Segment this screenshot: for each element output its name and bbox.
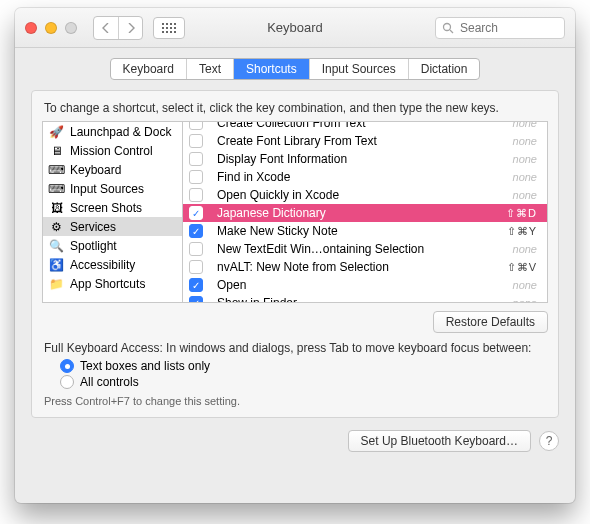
sidebar-item-services[interactable]: ⚙Services [43, 217, 182, 236]
svg-rect-11 [174, 31, 176, 33]
service-label: Open [217, 278, 477, 292]
service-shortcut[interactable]: ⇧⌘V [477, 261, 537, 274]
service-row[interactable]: ✓Opennone [183, 276, 547, 294]
tab-dictation[interactable]: Dictation [408, 59, 480, 79]
service-checkbox[interactable]: ✓ [189, 206, 203, 220]
service-label: New TextEdit Win…ontaining Selection [217, 242, 477, 256]
sidebar-item-label: Keyboard [70, 163, 121, 177]
sidebar-item-accessibility[interactable]: ♿Accessibility [43, 255, 182, 274]
service-checkbox[interactable]: ✓ [189, 278, 203, 292]
sidebar-item-app-shortcuts[interactable]: 📁App Shortcuts [43, 274, 182, 293]
service-shortcut[interactable]: none [477, 153, 537, 165]
tab-text[interactable]: Text [186, 59, 233, 79]
help-button[interactable]: ? [539, 431, 559, 451]
tab-input-sources[interactable]: Input Sources [309, 59, 408, 79]
service-checkbox[interactable]: ✓ [189, 296, 203, 302]
service-label: Display Font Information [217, 152, 477, 166]
sidebar-item-label: Screen Shots [70, 201, 142, 215]
sidebar-item-launchpad-dock[interactable]: 🚀Launchpad & Dock [43, 122, 182, 141]
search-input[interactable] [458, 20, 548, 36]
preferences-window: Keyboard KeyboardTextShortcutsInput Sour… [15, 8, 575, 503]
fka-option[interactable]: Text boxes and lists only [60, 359, 548, 373]
service-row[interactable]: ✓Make New Sticky Note⇧⌘Y [183, 222, 547, 240]
service-row[interactable]: Create Font Library From Textnone [183, 132, 547, 150]
tab-shortcuts[interactable]: Shortcuts [233, 59, 309, 79]
service-checkbox[interactable] [189, 134, 203, 148]
shortcuts-panes: 🚀Launchpad & Dock🖥Mission Control⌨Keyboa… [42, 121, 548, 303]
sidebar-icon: 🔍 [49, 238, 64, 253]
service-label: Show in Finder [217, 296, 477, 302]
sidebar-item-label: Spotlight [70, 239, 117, 253]
service-checkbox[interactable] [189, 242, 203, 256]
service-row[interactable]: ✓Japanese Dictionary⇧⌘D [183, 204, 547, 222]
fka-hint: Press Control+F7 to change this setting. [44, 395, 548, 407]
sidebar-icon: 📁 [49, 276, 64, 291]
svg-rect-1 [166, 23, 168, 25]
svg-rect-2 [170, 23, 172, 25]
shortcuts-group: To change a shortcut, select it, click t… [31, 90, 559, 418]
sidebar-icon: ⌨ [49, 181, 64, 196]
tabs-row: KeyboardTextShortcutsInput SourcesDictat… [15, 48, 575, 84]
service-shortcut[interactable]: none [477, 279, 537, 291]
show-all-button[interactable] [153, 17, 185, 39]
service-shortcut[interactable]: ⇧⌘Y [477, 225, 537, 238]
forward-button[interactable] [118, 17, 142, 39]
shortcut-list[interactable]: Create Collection From TextnoneCreate Fo… [183, 122, 547, 302]
service-row[interactable]: nvALT: New Note from Selection⇧⌘V [183, 258, 547, 276]
category-sidebar[interactable]: 🚀Launchpad & Dock🖥Mission Control⌨Keyboa… [43, 122, 183, 302]
tab-keyboard[interactable]: Keyboard [111, 59, 186, 79]
service-shortcut[interactable]: none [477, 171, 537, 183]
service-row[interactable]: Open Quickly in Xcodenone [183, 186, 547, 204]
service-row[interactable]: Create Collection From Textnone [183, 122, 547, 132]
svg-rect-0 [162, 23, 164, 25]
radio-button[interactable] [60, 359, 74, 373]
sidebar-icon: 🖥 [49, 143, 64, 158]
close-button[interactable] [25, 22, 37, 34]
zoom-button[interactable] [65, 22, 77, 34]
service-row[interactable]: New TextEdit Win…ontaining Selectionnone [183, 240, 547, 258]
service-label: Create Collection From Text [217, 122, 477, 130]
service-label: Open Quickly in Xcode [217, 188, 477, 202]
sidebar-item-spotlight[interactable]: 🔍Spotlight [43, 236, 182, 255]
service-row[interactable]: Display Font Informationnone [183, 150, 547, 168]
restore-defaults-button[interactable]: Restore Defaults [433, 311, 548, 333]
service-checkbox[interactable]: ✓ [189, 224, 203, 238]
sidebar-item-input-sources[interactable]: ⌨Input Sources [43, 179, 182, 198]
service-shortcut[interactable]: none [477, 189, 537, 201]
service-checkbox[interactable] [189, 152, 203, 166]
setup-bluetooth-button[interactable]: Set Up Bluetooth Keyboard… [348, 430, 531, 452]
nav-segment [93, 16, 143, 40]
service-label: nvALT: New Note from Selection [217, 260, 477, 274]
radio-label: Text boxes and lists only [80, 359, 210, 373]
search-icon [442, 22, 454, 34]
minimize-button[interactable] [45, 22, 57, 34]
sidebar-icon: 🖼 [49, 200, 64, 215]
sidebar-item-screen-shots[interactable]: 🖼Screen Shots [43, 198, 182, 217]
radio-label: All controls [80, 375, 139, 389]
fka-option[interactable]: All controls [60, 375, 548, 389]
service-checkbox[interactable] [189, 188, 203, 202]
svg-rect-5 [166, 27, 168, 29]
svg-line-13 [450, 30, 453, 33]
service-shortcut[interactable]: none [477, 135, 537, 147]
sidebar-item-keyboard[interactable]: ⌨Keyboard [43, 160, 182, 179]
service-row[interactable]: ✓Show in Findernone [183, 294, 547, 302]
svg-rect-10 [170, 31, 172, 33]
sidebar-item-mission-control[interactable]: 🖥Mission Control [43, 141, 182, 160]
svg-rect-7 [174, 27, 176, 29]
service-label: Create Font Library From Text [217, 134, 477, 148]
service-row[interactable]: Find in Xcodenone [183, 168, 547, 186]
service-checkbox[interactable] [189, 170, 203, 184]
radio-button[interactable] [60, 375, 74, 389]
search-field[interactable] [435, 17, 565, 39]
service-shortcut[interactable]: none [477, 122, 537, 129]
service-shortcut[interactable]: none [477, 243, 537, 255]
back-button[interactable] [94, 17, 118, 39]
service-checkbox[interactable] [189, 122, 203, 130]
sidebar-item-label: Services [70, 220, 116, 234]
service-checkbox[interactable] [189, 260, 203, 274]
service-shortcut[interactable]: none [477, 297, 537, 302]
service-label: Find in Xcode [217, 170, 477, 184]
sidebar-item-label: App Shortcuts [70, 277, 145, 291]
service-shortcut[interactable]: ⇧⌘D [477, 207, 537, 220]
